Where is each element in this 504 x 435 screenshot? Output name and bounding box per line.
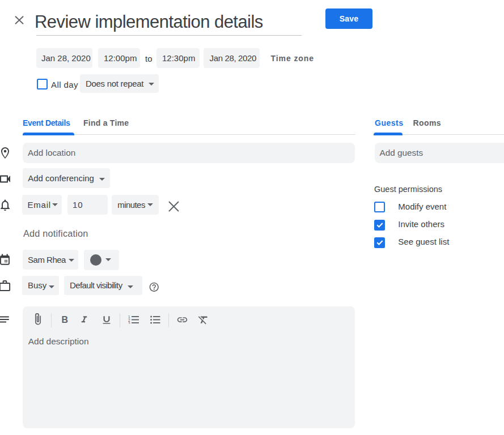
svg-text:3: 3 (128, 321, 130, 324)
